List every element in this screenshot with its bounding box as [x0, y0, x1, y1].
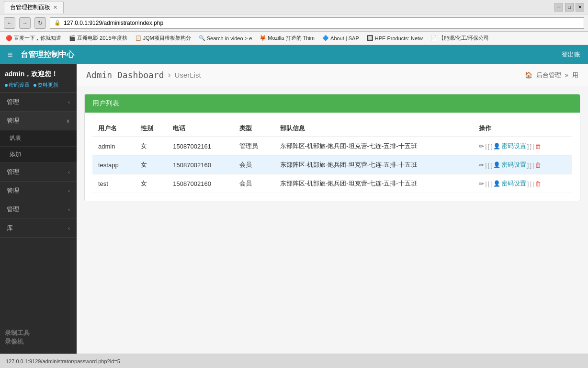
window-controls: ─ □ ✕: [554, 3, 584, 12]
content-area: Admin Dashboard › UserList 🏠 后台管理 » 用 用户…: [77, 64, 588, 354]
cell-type: 管理员: [234, 137, 274, 156]
edit-icon[interactable]: ✏: [479, 161, 484, 169]
chevron-icon-4: ‹: [68, 188, 70, 194]
breadcrumb-sub: UserList: [175, 71, 201, 79]
bookmark-energy[interactable]: 📄 【能源/化工/环保公司: [429, 34, 491, 43]
bookmark-search-video[interactable]: 🔍 Search in video > e: [197, 34, 254, 42]
cell-actions: ✏ | [ [ 👤 密码设置 ] ] | 🗑: [473, 156, 572, 174]
browser-addressbar: ← → ↻ 🔒 127.0.0.1:9129/administrator/ind…: [0, 14, 588, 32]
dot-icon: [5, 84, 8, 87]
dot-icon-2: [34, 84, 36, 87]
sidebar-subitem-table[interactable]: 叭表: [0, 130, 77, 147]
cell-type: 会员: [234, 156, 274, 174]
sidebar-item-5[interactable]: 管理 ‹: [0, 200, 77, 219]
minimize-button[interactable]: ─: [554, 3, 563, 12]
breadcrumb-right-sep: »: [565, 71, 568, 79]
chevron-icon-3: ‹: [68, 169, 70, 175]
cell-phone: 15087002161: [167, 137, 234, 156]
panel-header: 用户列表: [85, 94, 580, 113]
bookmark-baidu[interactable]: 🔴 百度一下，你就知道: [4, 34, 63, 43]
bookmark-icon-energy: 📄: [430, 35, 437, 41]
main-layout: admin，欢迎您！ 密码设置 资料更新 管理 ‹ 管理: [0, 64, 588, 354]
home-icon: 🏠: [525, 71, 532, 79]
chevron-icon-5: ‹: [68, 207, 70, 212]
bookmark-icon-jqm: 📋: [135, 35, 142, 41]
sidebar-password-link[interactable]: 密码设置: [5, 81, 30, 89]
address-text: 127.0.0.1:9129/administrator/index.php: [64, 20, 163, 26]
edit-icon[interactable]: ✏: [479, 180, 484, 187]
sidebar-item-3[interactable]: 管理 ‹: [0, 163, 77, 182]
close-button[interactable]: ✕: [576, 3, 584, 12]
maximize-button[interactable]: □: [565, 3, 574, 12]
cell-username: admin: [92, 137, 135, 156]
edit-icon[interactable]: ✏: [479, 143, 484, 150]
sidebar-item-6[interactable]: 库 ‹: [0, 219, 77, 238]
table-body: admin 女 15087002161 管理员 东部阵区-机部旅-炮兵团-坦克营…: [92, 137, 572, 193]
user-list-panel: 用户列表 用户名 性别 电话 类型 部队信息 操作: [84, 94, 580, 201]
bookmark-icon-douban: 🎬: [69, 35, 76, 41]
cell-gender: 女: [135, 174, 167, 193]
col-username: 用户名: [92, 120, 135, 137]
cell-unit: 东部阵区-机部旅-炮兵团-坦克营-七连-五排-十五班: [274, 156, 474, 174]
bookmark-icon-sap: 🔷: [322, 35, 329, 41]
cell-gender: 女: [135, 156, 167, 174]
col-gender: 性别: [135, 120, 167, 137]
cell-phone: 15087002160: [167, 156, 234, 174]
status-url: 127.0.0.1:9129/administrator/password.ph…: [6, 358, 120, 364]
chevron-icon-1: ‹: [68, 99, 70, 105]
lock-icon: 🔒: [54, 20, 61, 26]
bookmark-mozilla[interactable]: 🦊 Mozilla 打造的 Thim: [258, 34, 317, 43]
password-link[interactable]: 密码设置: [501, 142, 526, 150]
address-bar[interactable]: 🔒 127.0.0.1:9129/administrator/index.php: [50, 17, 584, 29]
password-link[interactable]: 密码设置: [501, 161, 526, 169]
tab-title: 台管理控制面板: [10, 3, 50, 12]
breadcrumb-arrow: ›: [168, 70, 171, 80]
cell-gender: 女: [135, 137, 167, 156]
table-head: 用户名 性别 电话 类型 部队信息 操作: [92, 120, 572, 137]
back-button[interactable]: ←: [4, 17, 15, 29]
menu-toggle-button[interactable]: ≡: [8, 50, 13, 60]
panel-body: 用户名 性别 电话 类型 部队信息 操作 admin 女 15087002161…: [85, 113, 580, 201]
cell-unit: 东部阵区-机部旅-炮兵团-坦克营-七连-五排-十五班: [274, 174, 474, 193]
breadcrumb-right-text1[interactable]: 后台管理: [536, 71, 561, 80]
bookmark-icon-hpe: 🔲: [367, 35, 373, 41]
chevron-icon-6: ‹: [68, 225, 70, 231]
browser-titlebar: 台管理控制面板 ✕ ─ □ ✕: [0, 0, 588, 14]
cell-type: 会员: [234, 174, 274, 193]
tab-close-button[interactable]: ✕: [53, 4, 57, 11]
sidebar-item-2[interactable]: 管理 ∨: [0, 112, 77, 130]
delete-button[interactable]: 🗑: [535, 143, 541, 150]
table-row: admin 女 15087002161 管理员 东部阵区-机部旅-炮兵团-坦克营…: [92, 137, 572, 156]
bookmark-icon-baidu: 🔴: [6, 35, 12, 41]
refresh-button[interactable]: ↻: [34, 17, 46, 29]
sidebar-item-4[interactable]: 管理 ‹: [0, 182, 77, 200]
cell-actions: ✏ | [ [ 👤 密码设置 ] ] | 🗑: [473, 137, 572, 156]
top-header: ≡ 台管理控制中心 登出账: [0, 45, 588, 64]
sidebar-update-link[interactable]: 资料更新: [34, 81, 58, 89]
sidebar-item-1[interactable]: 管理 ‹: [0, 93, 77, 112]
table-header-row: 用户名 性别 电话 类型 部队信息 操作: [92, 120, 572, 137]
browser-tab[interactable]: 台管理控制面板 ✕: [4, 1, 64, 13]
password-link[interactable]: 密码设置: [501, 179, 526, 188]
bookmark-douban[interactable]: 🎬 豆瓣电影 2015年度榜: [67, 34, 129, 43]
password-user-icon: 👤: [493, 180, 500, 187]
bookmark-jqm[interactable]: 📋 JQM项目模板架构分: [133, 34, 193, 43]
cell-username: test: [92, 174, 135, 193]
col-phone: 电话: [167, 120, 234, 137]
bookmark-hpe[interactable]: 🔲 HPE Products: Netw: [365, 34, 425, 42]
sidebar-watermark-line1: 录制工具: [5, 329, 72, 337]
col-action: 操作: [473, 120, 572, 137]
delete-button[interactable]: 🗑: [535, 161, 541, 169]
header-logout[interactable]: 登出账: [562, 50, 580, 59]
forward-button[interactable]: →: [19, 17, 31, 29]
bookmark-sap[interactable]: 🔷 About | SAP: [320, 34, 361, 42]
cell-unit: 东部阵区-机部旅-炮兵团-坦克营-七连-五排-十五班: [274, 137, 474, 156]
sidebar: admin，欢迎您！ 密码设置 资料更新 管理 ‹ 管理: [0, 64, 77, 354]
breadcrumb-right-text2: 用: [572, 71, 578, 80]
sidebar-user-section: admin，欢迎您！ 密码设置 资料更新: [0, 64, 77, 93]
breadcrumb-right: 🏠 后台管理 » 用: [525, 71, 578, 80]
breadcrumb-left: Admin Dashboard › UserList: [86, 70, 201, 80]
sidebar-subitem-add[interactable]: 添加: [0, 147, 77, 163]
cell-username: testapp: [92, 156, 135, 174]
delete-button[interactable]: 🗑: [535, 180, 541, 187]
